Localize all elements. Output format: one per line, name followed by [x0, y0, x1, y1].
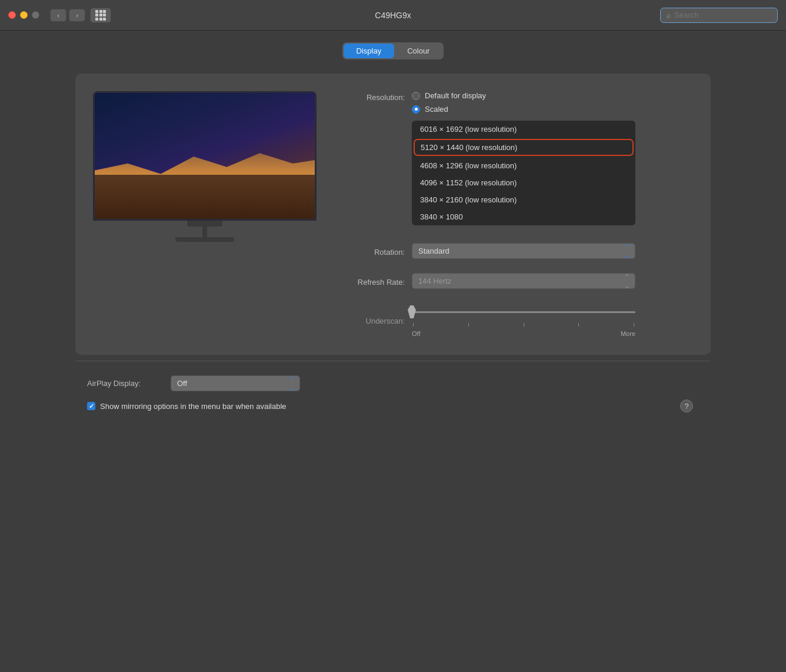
- rotation-select[interactable]: Standard 90° 180° 270°: [412, 243, 635, 259]
- refresh-select[interactable]: 144 Hertz 120 Hertz 60 Hertz: [412, 273, 635, 289]
- close-button[interactable]: [8, 11, 16, 19]
- tabs: Display Colour: [342, 42, 444, 59]
- radio-default[interactable]: Default for display: [412, 91, 635, 100]
- mirroring-checkbox[interactable]: [87, 402, 95, 410]
- resolution-item-6[interactable]: 3840 × 1080: [412, 208, 635, 225]
- titlebar: ‹ › C49HG9x ⌕: [0, 0, 786, 31]
- tab-colour[interactable]: Colour: [394, 44, 442, 58]
- mirroring-row: Show mirroring options in the menu bar w…: [75, 400, 711, 422]
- resolution-item-3[interactable]: 4608 × 1296 (low resolution): [412, 157, 635, 174]
- radio-scaled-label: Scaled: [425, 105, 448, 114]
- resolution-row: Resolution: Default for display Scaled: [340, 91, 687, 225]
- display-panel: Resolution: Default for display Scaled: [75, 74, 711, 355]
- resolution-options: Default for display Scaled 6016 × 1692 (…: [412, 91, 635, 225]
- underscan-row: Underscan:: [340, 303, 687, 337]
- slider-container: Off More: [412, 303, 635, 337]
- back-button[interactable]: ‹: [50, 9, 66, 22]
- underscan-label: Underscan:: [340, 315, 405, 325]
- slider-line: [412, 311, 635, 313]
- monitor-neck: [202, 227, 207, 237]
- resolution-item-5[interactable]: 3840 × 2160 (low resolution): [412, 191, 635, 208]
- traffic-lights: [8, 11, 39, 19]
- tab-display[interactable]: Display: [344, 44, 395, 58]
- fullscreen-button[interactable]: [32, 11, 39, 19]
- help-button-wrapper: ?: [680, 400, 699, 412]
- rotation-row: Rotation: Standard 90° 180° 270° ⌃⌄: [340, 243, 687, 259]
- slider-more-label: More: [621, 330, 635, 337]
- resolution-list: 6016 × 1692 (low resolution) 5120 × 1440…: [412, 121, 635, 225]
- airplay-select-wrapper: Off On ⌃⌄: [171, 375, 300, 391]
- monitor-base: [175, 237, 234, 242]
- window-title: C49HG9x: [375, 11, 411, 20]
- slider-labels: Off More: [412, 330, 635, 337]
- resolution-item-2-selected[interactable]: 5120 × 1440 (low resolution): [414, 139, 634, 156]
- refresh-select-wrapper: 144 Hertz 120 Hertz 60 Hertz ⌃⌄: [412, 273, 635, 289]
- nav-buttons: ‹ ›: [50, 9, 85, 22]
- settings-area: Resolution: Default for display Scaled: [340, 91, 687, 337]
- search-input[interactable]: [674, 11, 771, 19]
- resolution-item-4[interactable]: 4096 × 1152 (low resolution): [412, 174, 635, 191]
- resolution-item-1[interactable]: 6016 × 1692 (low resolution): [412, 121, 635, 138]
- slider-off-label: Off: [412, 330, 420, 337]
- radio-default-circle: [412, 92, 420, 100]
- main-content: Display Colour Resolution:: [0, 31, 786, 434]
- resolution-label: Resolution:: [340, 91, 405, 102]
- radio-scaled-circle: [412, 105, 420, 114]
- search-bar[interactable]: ⌕: [660, 8, 778, 23]
- monitor-screen: [95, 93, 315, 219]
- slider-track[interactable]: [412, 303, 635, 321]
- slider-thumb[interactable]: [408, 305, 416, 318]
- rotation-select-wrapper: Standard 90° 180° 270° ⌃⌄: [412, 243, 635, 259]
- help-button[interactable]: ?: [680, 400, 693, 412]
- forward-button[interactable]: ›: [69, 9, 85, 22]
- bottom-bar: AirPlay Display: Off On ⌃⌄: [75, 367, 711, 400]
- airplay-row: AirPlay Display: Off On ⌃⌄: [87, 375, 300, 391]
- grid-icon: [95, 10, 106, 21]
- separator: [75, 361, 711, 361]
- monitor-frame: [93, 91, 317, 221]
- monitor-preview: [93, 91, 317, 242]
- airplay-label: AirPlay Display:: [87, 379, 164, 388]
- radio-default-label: Default for display: [425, 91, 486, 100]
- radio-scaled[interactable]: Scaled: [412, 105, 635, 114]
- slider-ticks: [412, 323, 635, 327]
- refresh-label: Refresh Rate:: [340, 276, 405, 287]
- mirroring-label: Show mirroring options in the menu bar w…: [100, 402, 287, 411]
- airplay-select[interactable]: Off On: [171, 375, 300, 391]
- search-icon: ⌕: [667, 11, 671, 19]
- panel-inner: Resolution: Default for display Scaled: [93, 91, 687, 337]
- grid-view-button[interactable]: [90, 8, 111, 23]
- minimize-button[interactable]: [20, 11, 28, 19]
- monitor-stand: [187, 221, 222, 227]
- rotation-label: Rotation:: [340, 246, 405, 257]
- refresh-rate-row: Refresh Rate: 144 Hertz 120 Hertz 60 Her…: [340, 273, 687, 289]
